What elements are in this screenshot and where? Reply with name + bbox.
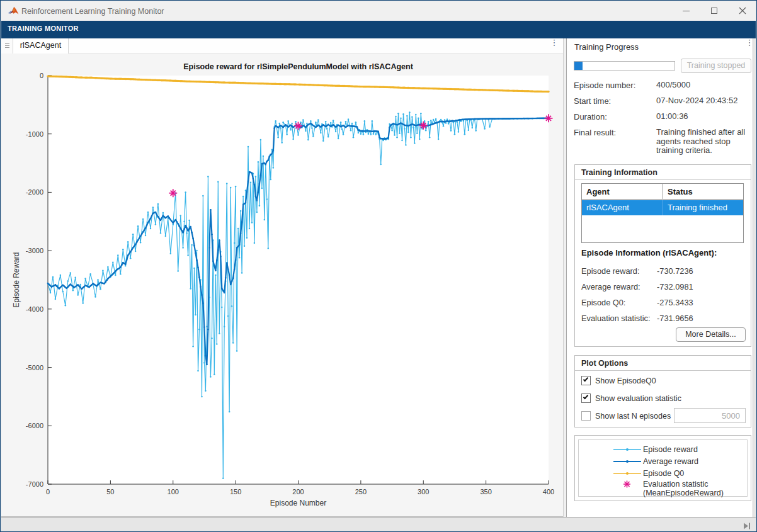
episode-information-title: Episode Information (rlSACAgent): — [581, 248, 717, 258]
episode-reward-plot: 0501001502002503003504000-1000-2000-3000… — [1, 54, 563, 517]
episode-info-row: Episode reward:-730.7236 — [581, 266, 639, 276]
legend-box: Episode reward Average reward Episode Q0… — [578, 439, 748, 497]
last-n-episodes-input[interactable] — [674, 408, 746, 423]
column-header-agent: Agent — [582, 184, 663, 200]
document-tab-bar: rlSACAgent ⋮ — [1, 38, 563, 54]
grip-icon — [5, 43, 9, 48]
maximize-button[interactable] — [703, 1, 725, 21]
svg-text:-2000: -2000 — [26, 188, 43, 196]
table-row[interactable]: rlSACAgent Training finished — [582, 200, 743, 215]
svg-text:100: 100 — [168, 488, 179, 495]
info-row: Episode number:400/5000 — [574, 81, 635, 90]
training-information-group: Training Information Agent Status rlSACA… — [574, 164, 751, 347]
svg-text:350: 350 — [480, 488, 491, 495]
svg-text:Episode Number: Episode Number — [270, 499, 326, 507]
toolstrip-tab-training-monitor[interactable]: TRAINING MONITOR — [8, 25, 79, 32]
training-stopped-button[interactable]: Training stopped — [681, 59, 751, 73]
panel-title: Training Progress — [574, 42, 639, 52]
legend-line-average-reward — [613, 457, 641, 466]
tab-grip[interactable] — [1, 38, 13, 54]
legend-panel: Episode reward Average reward Episode Q0… — [574, 435, 751, 501]
training-chart: 0501001502002503003504000-1000-2000-3000… — [1, 54, 563, 517]
svg-text:400: 400 — [543, 488, 554, 495]
panel-actions-menu[interactable]: ⋮ — [744, 40, 755, 52]
episode-info-row: Episode Q0:-275.3433 — [581, 298, 625, 307]
show-last-n-episodes-checkbox[interactable] — [581, 411, 591, 421]
expand-panel-icon[interactable] — [743, 521, 751, 532]
tab-rlsacagent[interactable]: rlSACAgent — [13, 38, 69, 54]
svg-text:250: 250 — [355, 488, 367, 495]
more-details-button[interactable]: More Details... — [676, 327, 746, 342]
status-bar — [1, 517, 756, 531]
svg-text:Episode reward for rlSimplePen: Episode reward for rlSimplePendulumModel… — [183, 62, 413, 71]
window-title: Reinforcement Learning Training Monitor — [21, 7, 164, 16]
episode-info-row: Average reward:-732.0981 — [581, 282, 640, 291]
matlab-icon — [8, 5, 20, 19]
app-window: Reinforcement Learning Training Monitor … — [0, 0, 757, 532]
info-row: Start time:07-Nov-2024 20:43:52 — [574, 96, 611, 106]
svg-text:0: 0 — [46, 488, 50, 495]
title-bar: Reinforcement Learning Training Monitor — [1, 1, 756, 21]
show-evaluation-statistic-checkbox[interactable] — [581, 393, 591, 403]
svg-text:-3000: -3000 — [26, 247, 43, 254]
legend-marker-evaluation-statistic — [613, 480, 641, 489]
document-actions-menu[interactable]: ⋮ — [549, 40, 560, 52]
legend-line-episode-q0 — [613, 469, 641, 478]
svg-text:-5000: -5000 — [26, 364, 43, 371]
legend-line-episode-reward — [613, 445, 641, 454]
svg-text:Episode Reward: Episode Reward — [12, 252, 21, 307]
svg-text:-7000: -7000 — [26, 480, 43, 488]
svg-text:200: 200 — [292, 488, 304, 495]
svg-text:50: 50 — [106, 488, 114, 495]
svg-text:300: 300 — [418, 488, 429, 495]
training-progress-bar — [574, 61, 675, 71]
column-header-status: Status — [663, 184, 743, 200]
toolstrip: TRAINING MONITOR — [1, 21, 756, 38]
svg-text:-1000: -1000 — [26, 130, 43, 138]
svg-text:-6000: -6000 — [26, 422, 43, 429]
info-row: Final result:Training finished after all… — [574, 128, 616, 137]
episode-info-row: Evaluation statistic:-731.9656 — [581, 314, 651, 323]
show-episodeq0-checkbox[interactable] — [581, 376, 591, 385]
plot-options-group: Plot Options Show EpisodeQ0 Show evaluat… — [574, 355, 751, 427]
svg-text:-4000: -4000 — [26, 305, 43, 313]
close-button[interactable] — [732, 1, 753, 21]
agents-table: Agent Status rlSACAgent Training finishe… — [581, 183, 744, 243]
info-row: Duration:01:00:36 — [574, 112, 607, 122]
minimize-button[interactable] — [675, 1, 697, 21]
svg-text:0: 0 — [40, 72, 43, 79]
svg-text:150: 150 — [230, 488, 241, 495]
